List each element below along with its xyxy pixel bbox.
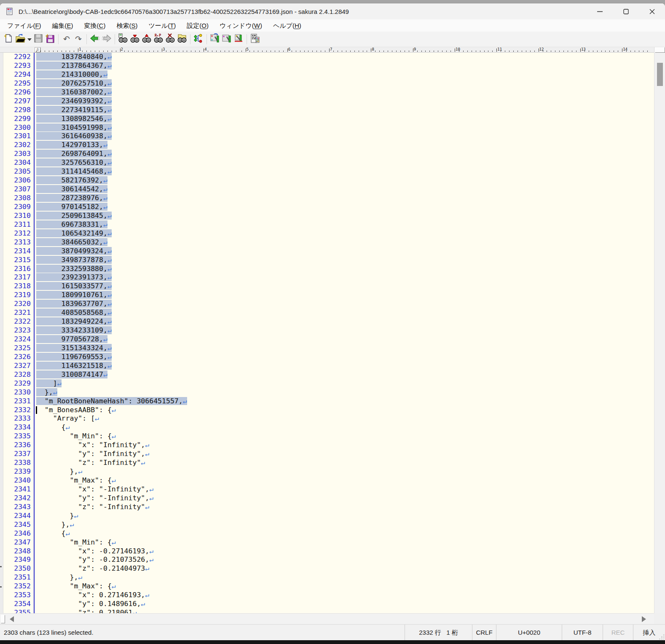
line-text[interactable]: 3498737878,↵ <box>34 256 654 265</box>
line-text[interactable]: "m_BonesAABB": {↵ <box>34 406 654 415</box>
code-line-2298[interactable]: 2298 2273419115,↵ <box>3 106 654 115</box>
line-number[interactable]: 2327 <box>3 362 34 370</box>
line-text[interactable]: "z": "Infinity"↵ <box>34 459 654 467</box>
line-number[interactable]: 2322 <box>3 317 34 326</box>
minimize-button[interactable] <box>587 3 613 19</box>
code-line-2353[interactable]: 2353 "x": 0.27146193,↵ <box>3 591 654 600</box>
line-number[interactable]: 2332 <box>3 406 34 415</box>
line-number[interactable]: 2353 <box>3 591 34 600</box>
code-line-2292[interactable]: 2292 1837840840,↵ <box>3 53 654 62</box>
line-text[interactable]: 3151343324,↵ <box>34 344 654 353</box>
type-settings-button[interactable] <box>209 33 221 45</box>
line-text[interactable]: 3114145468,↵ <box>34 167 654 176</box>
code-line-2348[interactable]: 2348 "x": -0.27146193,↵ <box>3 547 654 556</box>
line-number[interactable]: 2330 <box>3 388 34 397</box>
line-text[interactable]: 3104591998,↵ <box>34 123 654 132</box>
line-text[interactable]: 2332593880,↵ <box>34 265 654 274</box>
line-number[interactable]: 2351 <box>3 573 34 582</box>
code-line-2316[interactable]: 2316 2332593880,↵ <box>3 265 654 274</box>
jump-previous-button[interactable] <box>89 33 101 45</box>
code-line-2325[interactable]: 2325 3151343324,↵ <box>3 344 654 353</box>
horizontal-scrollbar[interactable] <box>0 613 654 624</box>
find-button[interactable] <box>117 33 129 45</box>
line-number[interactable]: 2334 <box>3 423 34 432</box>
line-text[interactable]: "Array": [↵ <box>34 414 654 423</box>
code-line-2306[interactable]: 2306 582176392,↵ <box>3 176 654 185</box>
code-line-2352[interactable]: 2352 "m_Max": {↵ <box>3 582 654 591</box>
code-line-2344[interactable]: 2344 }↵ <box>3 512 654 521</box>
code-line-2337[interactable]: 2337 "y": "Infinity",↵ <box>3 450 654 459</box>
line-text[interactable]: },↵ <box>34 521 654 529</box>
code-line-2295[interactable]: 2295 2076257510,↵ <box>3 79 654 88</box>
line-text[interactable]: 977056728,↵ <box>34 335 654 344</box>
line-number[interactable]: 2339 <box>3 467 34 476</box>
line-text[interactable]: "x": "-Infinity",↵ <box>34 485 654 494</box>
hscroll-split-box[interactable] <box>1 615 5 623</box>
menu-help[interactable]: ヘルプ(H) <box>268 19 307 32</box>
line-text[interactable]: 2273419115,↵ <box>34 106 654 115</box>
line-number[interactable]: 2320 <box>3 300 34 309</box>
menu-convert[interactable]: 変換(C) <box>79 19 111 32</box>
line-text[interactable]: 214310000,↵ <box>34 70 654 79</box>
code-line-2314[interactable]: 2314 3870499324,↵ <box>3 247 654 256</box>
line-number[interactable]: 2338 <box>3 459 34 467</box>
code-line-2338[interactable]: 2338 "z": "Infinity"↵ <box>3 459 654 467</box>
line-number[interactable]: 2345 <box>3 521 34 529</box>
line-text[interactable]: 287238976,↵ <box>34 194 654 203</box>
line-text[interactable]: 582176392,↵ <box>34 176 654 185</box>
line-number[interactable]: 2329 <box>3 379 34 388</box>
code-line-2350[interactable]: 2350 "z": -0.21404973↵ <box>3 564 654 573</box>
line-number[interactable]: 2355 <box>3 609 34 613</box>
line-text[interactable]: },↵ <box>34 467 654 476</box>
code-line-2318[interactable]: 2318 1615033577,↵ <box>3 282 654 291</box>
line-number[interactable]: 2344 <box>3 512 34 521</box>
line-number[interactable]: 2300 <box>3 123 34 132</box>
line-number[interactable]: 2295 <box>3 79 34 88</box>
line-text[interactable]: "m_Min": {↵ <box>34 432 654 441</box>
code-line-2341[interactable]: 2341 "x": "-Infinity",↵ <box>3 485 654 494</box>
code-line-2331[interactable]: 2331 "m_RootBoneNameHash": 3066451557,↵ <box>3 397 654 406</box>
line-number[interactable]: 2321 <box>3 309 34 317</box>
line-number[interactable]: 2319 <box>3 291 34 300</box>
line-number[interactable]: 2326 <box>3 353 34 362</box>
code-line-2311[interactable]: 2311 696738331,↵ <box>3 220 654 229</box>
line-text[interactable]: },↵ <box>34 388 654 397</box>
line-text[interactable]: "y": -0.21073526,↵ <box>34 555 654 564</box>
line-number[interactable]: 2301 <box>3 132 34 141</box>
code-line-2317[interactable]: 2317 2392391373,↵ <box>3 273 654 282</box>
code-line-2319[interactable]: 2319 1809910761,↵ <box>3 291 654 300</box>
line-text[interactable]: 3870499324,↵ <box>34 247 654 256</box>
line-number[interactable]: 2337 <box>3 450 34 459</box>
code-line-2303[interactable]: 2303 2698764091,↵ <box>3 150 654 158</box>
code-line-2345[interactable]: 2345 },↵ <box>3 521 654 529</box>
line-text[interactable]: "z": -0.21404973↵ <box>34 564 654 573</box>
line-number[interactable]: 2310 <box>3 212 34 220</box>
line-text[interactable]: 1615033577,↵ <box>34 282 654 291</box>
line-number[interactable]: 2302 <box>3 141 34 150</box>
code-line-2312[interactable]: 2312 1065432149,↵ <box>3 229 654 238</box>
line-number[interactable]: 2309 <box>3 203 34 212</box>
line-text[interactable]: 1839637707,↵ <box>34 300 654 309</box>
menu-window[interactable]: ウィンドウ(W) <box>214 19 268 32</box>
line-number[interactable]: 2305 <box>3 167 34 176</box>
line-text[interactable]: 1832949224,↵ <box>34 317 654 326</box>
code-line-2349[interactable]: 2349 "y": -0.21073526,↵ <box>3 555 654 564</box>
line-text[interactable]: {↵ <box>34 423 654 432</box>
line-number[interactable]: 2354 <box>3 600 34 609</box>
line-text[interactable]: 2346939392,↵ <box>34 97 654 106</box>
undo-button[interactable]: ↶ <box>61 33 72 45</box>
save-button[interactable] <box>32 33 44 45</box>
line-text[interactable]: ]↵ <box>34 379 654 388</box>
maximize-button[interactable] <box>613 3 639 19</box>
scroll-left-button[interactable] <box>5 614 19 625</box>
line-text[interactable]: {↵ <box>34 529 654 538</box>
code-line-2293[interactable]: 2293 2137864367,↵ <box>3 62 654 70</box>
redo-button[interactable]: ↷ <box>72 33 84 45</box>
line-number[interactable]: 2335 <box>3 432 34 441</box>
code-line-2355[interactable]: 2355 "z": 0.218061↵ <box>3 609 654 613</box>
code-line-2310[interactable]: 2310 2509613845,↵ <box>3 212 654 220</box>
line-number[interactable]: 2340 <box>3 476 34 485</box>
line-text[interactable]: 2509613845,↵ <box>34 212 654 220</box>
line-text[interactable]: 1308982546,↵ <box>34 115 654 123</box>
code-line-2315[interactable]: 2315 3498737878,↵ <box>3 256 654 265</box>
